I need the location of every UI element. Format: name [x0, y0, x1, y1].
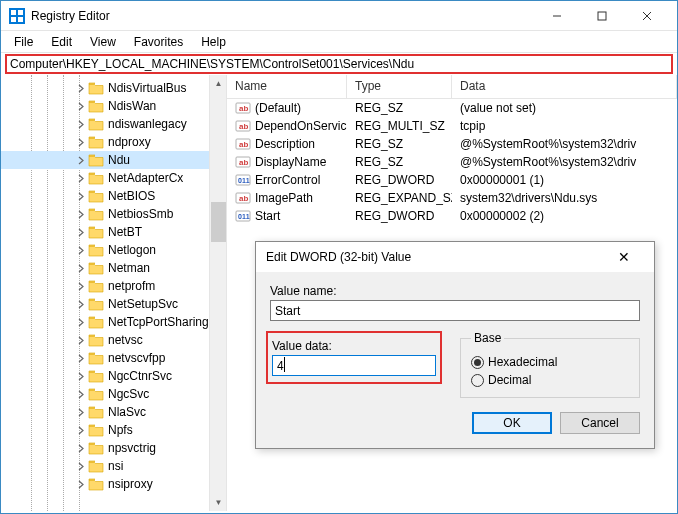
tree-item[interactable]: NgcSvc — [1, 385, 226, 403]
value-name-input[interactable] — [270, 300, 640, 321]
tree-item[interactable]: npsvctrig — [1, 439, 226, 457]
titlebar: Registry Editor — [1, 1, 677, 31]
chevron-right-icon[interactable] — [77, 426, 86, 435]
tree-item[interactable]: NgcCtnrSvc — [1, 367, 226, 385]
chevron-right-icon[interactable] — [77, 480, 86, 489]
list-row[interactable]: 011ErrorControlREG_DWORD0x00000001 (1) — [227, 171, 677, 189]
scroll-up-icon[interactable]: ▲ — [210, 75, 227, 92]
chevron-right-icon[interactable] — [77, 300, 86, 309]
tree-item[interactable]: NlaSvc — [1, 403, 226, 421]
tree-item[interactable]: Netman — [1, 259, 226, 277]
chevron-right-icon[interactable] — [77, 336, 86, 345]
folder-icon — [88, 459, 104, 473]
tree-item[interactable]: nsiproxy — [1, 475, 226, 493]
chevron-right-icon[interactable] — [77, 102, 86, 111]
chevron-right-icon[interactable] — [77, 174, 86, 183]
tree-item[interactable]: netvscvfpp — [1, 349, 226, 367]
chevron-right-icon[interactable] — [77, 156, 86, 165]
scroll-thumb[interactable] — [211, 202, 226, 242]
radio-hexadecimal[interactable]: Hexadecimal — [471, 355, 629, 369]
tree-item[interactable]: ndiswanlegacy — [1, 115, 226, 133]
folder-icon — [88, 99, 104, 113]
chevron-right-icon[interactable] — [77, 462, 86, 471]
chevron-right-icon[interactable] — [77, 318, 86, 327]
chevron-right-icon[interactable] — [77, 444, 86, 453]
folder-icon — [88, 297, 104, 311]
menu-favorites[interactable]: Favorites — [125, 33, 192, 51]
chevron-right-icon[interactable] — [77, 228, 86, 237]
folder-icon — [88, 153, 104, 167]
maximize-button[interactable] — [579, 2, 624, 30]
tree-item-label: Netman — [108, 261, 150, 275]
chevron-right-icon[interactable] — [77, 354, 86, 363]
folder-icon — [88, 81, 104, 95]
tree-item[interactable]: NetBIOS — [1, 187, 226, 205]
list-row[interactable]: abImagePathREG_EXPAND_SZsystem32\drivers… — [227, 189, 677, 207]
tree-item-label: npsvctrig — [108, 441, 156, 455]
tree-scrollbar[interactable]: ▲ ▼ — [209, 75, 226, 511]
dialog-close-button[interactable]: ✕ — [604, 249, 644, 265]
tree-item[interactable]: Npfs — [1, 421, 226, 439]
cancel-button[interactable]: Cancel — [560, 412, 640, 434]
menu-help[interactable]: Help — [192, 33, 235, 51]
folder-icon — [88, 261, 104, 275]
tree-item-label: NetBIOS — [108, 189, 155, 203]
column-name[interactable]: Name — [227, 75, 347, 98]
list-row[interactable]: abDependOnServiceREG_MULTI_SZtcpip — [227, 117, 677, 135]
svg-text:ab: ab — [239, 122, 248, 131]
scroll-down-icon[interactable]: ▼ — [210, 494, 227, 511]
radio-hex-label: Hexadecimal — [488, 355, 557, 369]
tree-item-label: NlaSvc — [108, 405, 146, 419]
list-row[interactable]: abDisplayNameREG_SZ@%SystemRoot%\system3… — [227, 153, 677, 171]
svg-rect-0 — [11, 10, 16, 15]
chevron-right-icon[interactable] — [77, 120, 86, 129]
chevron-right-icon[interactable] — [77, 264, 86, 273]
chevron-right-icon[interactable] — [77, 192, 86, 201]
svg-text:011: 011 — [238, 213, 250, 220]
value-type: REG_DWORD — [347, 209, 452, 223]
minimize-button[interactable] — [534, 2, 579, 30]
string-value-icon: ab — [235, 101, 251, 115]
tree-item[interactable]: nsi — [1, 457, 226, 475]
value-name: DependOnService — [255, 119, 347, 133]
edit-dword-dialog: Edit DWORD (32-bit) Value ✕ Value name: … — [255, 241, 655, 449]
chevron-right-icon[interactable] — [77, 390, 86, 399]
tree-item[interactable]: NetAdapterCx — [1, 169, 226, 187]
address-input[interactable]: Computer\HKEY_LOCAL_MACHINE\SYSTEM\Contr… — [5, 54, 673, 74]
menu-edit[interactable]: Edit — [42, 33, 81, 51]
chevron-right-icon[interactable] — [77, 372, 86, 381]
menu-file[interactable]: File — [5, 33, 42, 51]
chevron-right-icon[interactable] — [77, 408, 86, 417]
ok-button[interactable]: OK — [472, 412, 552, 434]
chevron-right-icon[interactable] — [77, 138, 86, 147]
folder-icon — [88, 405, 104, 419]
tree-item[interactable]: NetBT — [1, 223, 226, 241]
tree-item[interactable]: NetSetupSvc — [1, 295, 226, 313]
chevron-right-icon[interactable] — [77, 210, 86, 219]
close-button[interactable] — [624, 2, 669, 30]
tree-item[interactable]: Netlogon — [1, 241, 226, 259]
value-data-input[interactable] — [272, 355, 436, 376]
tree-item[interactable]: NetTcpPortSharing — [1, 313, 226, 331]
tree-item[interactable]: NdisWan — [1, 97, 226, 115]
tree-item[interactable]: netvsc — [1, 331, 226, 349]
tree-item[interactable]: ndproxy — [1, 133, 226, 151]
list-row[interactable]: ab(Default)REG_SZ(value not set) — [227, 99, 677, 117]
list-row[interactable]: abDescriptionREG_SZ@%SystemRoot%\system3… — [227, 135, 677, 153]
tree-item[interactable]: NdisVirtualBus — [1, 79, 226, 97]
chevron-right-icon[interactable] — [77, 282, 86, 291]
tree-item[interactable]: NetbiosSmb — [1, 205, 226, 223]
chevron-right-icon[interactable] — [77, 246, 86, 255]
list-row[interactable]: 011StartREG_DWORD0x00000002 (2) — [227, 207, 677, 225]
app-icon — [9, 8, 25, 24]
menu-view[interactable]: View — [81, 33, 125, 51]
radio-decimal[interactable]: Decimal — [471, 373, 629, 387]
tree-item[interactable]: Ndu — [1, 151, 226, 169]
column-type[interactable]: Type — [347, 75, 452, 98]
tree-item[interactable]: netprofm — [1, 277, 226, 295]
folder-icon — [88, 333, 104, 347]
svg-text:ab: ab — [239, 158, 248, 167]
tree-item-label: netvscvfpp — [108, 351, 165, 365]
column-data[interactable]: Data — [452, 75, 677, 98]
chevron-right-icon[interactable] — [77, 84, 86, 93]
